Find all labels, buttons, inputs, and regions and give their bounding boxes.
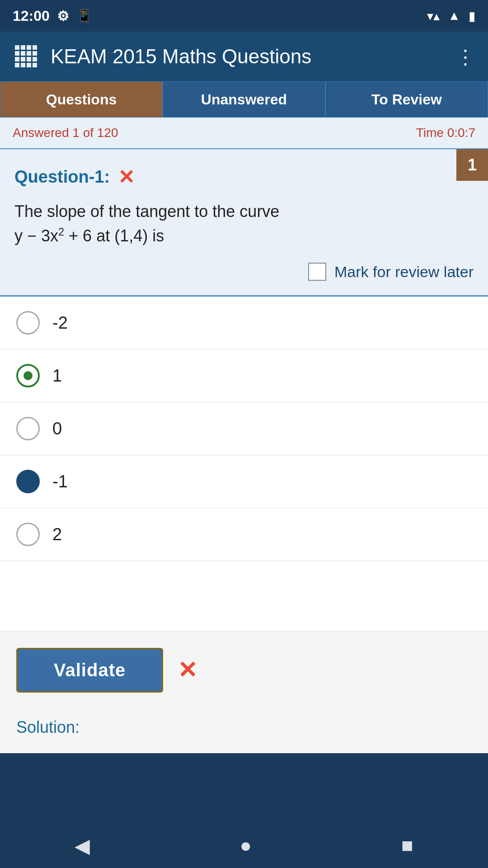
app-bar-left: KEAM 2015 Maths Questions: [13, 43, 311, 70]
radio-minus2[interactable]: [16, 311, 40, 335]
battery-icon: ▮: [469, 9, 475, 24]
validate-area: Validate ✕: [0, 631, 488, 709]
options-area: -2 1 0 -1 2: [0, 297, 488, 631]
option-row-2[interactable]: 2: [0, 508, 488, 561]
option-row-1[interactable]: 1: [0, 349, 488, 402]
recents-icon[interactable]: ■: [401, 834, 413, 857]
tab-to-review[interactable]: To Review: [325, 81, 488, 118]
review-checkbox[interactable]: [308, 263, 326, 281]
svg-rect-11: [27, 57, 31, 61]
progress-bar: Answered 1 of 120 Time 0:0:7: [0, 118, 488, 149]
app-logo: [13, 43, 40, 70]
phone-icon: 📱: [76, 9, 92, 24]
home-icon[interactable]: ●: [239, 834, 252, 857]
question-header: Question-1: ✕: [14, 165, 474, 189]
status-bar: 12:00 ⚙ 📱 ▾▴ ▲ ▮: [0, 0, 488, 32]
settings-icon: ⚙: [57, 8, 69, 24]
radio-2[interactable]: [16, 523, 40, 546]
svg-rect-9: [15, 57, 19, 61]
question-wrong-icon: ✕: [118, 165, 135, 189]
status-time: 12:00: [13, 8, 50, 24]
svg-rect-8: [33, 51, 37, 56]
question-badge: 1: [456, 149, 488, 181]
app-bar: KEAM 2015 Maths Questions ⋮: [0, 32, 488, 81]
option-label-minus1: -1: [52, 472, 68, 491]
svg-rect-14: [21, 63, 25, 67]
tab-questions[interactable]: Questions: [0, 81, 163, 118]
svg-rect-16: [33, 63, 37, 67]
back-icon[interactable]: ◀: [75, 834, 90, 857]
svg-rect-10: [21, 57, 25, 61]
radio-1[interactable]: [16, 364, 40, 387]
validate-button[interactable]: Validate: [16, 648, 163, 693]
validate-wrong-icon: ✕: [178, 656, 197, 684]
option-label-minus2: -2: [52, 313, 68, 333]
svg-rect-2: [21, 45, 25, 50]
review-row: Mark for review later: [14, 263, 474, 281]
svg-rect-13: [15, 63, 19, 67]
svg-rect-6: [21, 51, 25, 56]
review-label: Mark for review later: [334, 263, 474, 281]
signal-icon: ▲: [448, 9, 460, 23]
svg-rect-7: [27, 51, 31, 56]
wifi-icon: ▾▴: [427, 9, 440, 24]
option-row-minus2[interactable]: -2: [0, 297, 488, 349]
nav-bar: ◀ ● ■: [0, 823, 488, 868]
question-area: 1 Question-1: ✕ The slope of the tangent…: [0, 149, 488, 297]
app-title: KEAM 2015 Maths Questions: [51, 45, 311, 68]
option-label-0: 0: [52, 419, 62, 439]
solution-label: Solution:: [16, 718, 80, 736]
svg-rect-1: [15, 45, 19, 50]
tab-bar: Questions Unanswered To Review: [0, 81, 488, 118]
option-row-minus1[interactable]: -1: [0, 455, 488, 508]
tab-unanswered[interactable]: Unanswered: [163, 81, 325, 118]
svg-rect-15: [27, 63, 31, 67]
timer: Time 0:0:7: [416, 126, 475, 140]
question-label: Question-1:: [14, 167, 110, 187]
radio-0[interactable]: [16, 417, 40, 440]
option-row-0[interactable]: 0: [0, 402, 488, 455]
status-right: ▾▴ ▲ ▮: [427, 9, 475, 24]
question-line1: The slope of the tangent to the curve: [14, 202, 279, 221]
svg-rect-3: [27, 45, 31, 50]
solution-area: Solution:: [0, 709, 488, 753]
option-label-1: 1: [52, 366, 62, 386]
option-label-2: 2: [52, 525, 62, 544]
status-left: 12:00 ⚙ 📱: [13, 8, 92, 24]
question-text: The slope of the tangent to the curve y …: [14, 199, 474, 248]
svg-rect-12: [33, 57, 37, 61]
radio-inner-1: [23, 371, 33, 380]
menu-icon[interactable]: ⋮: [455, 45, 475, 68]
svg-rect-5: [15, 51, 19, 56]
svg-rect-4: [33, 45, 37, 50]
bottom-dark: [0, 753, 488, 823]
radio-minus1[interactable]: [16, 470, 40, 493]
question-line2: y − 3x2 + 6 at (1,4) is: [14, 226, 164, 245]
answered-count: Answered 1 of 120: [13, 126, 118, 140]
